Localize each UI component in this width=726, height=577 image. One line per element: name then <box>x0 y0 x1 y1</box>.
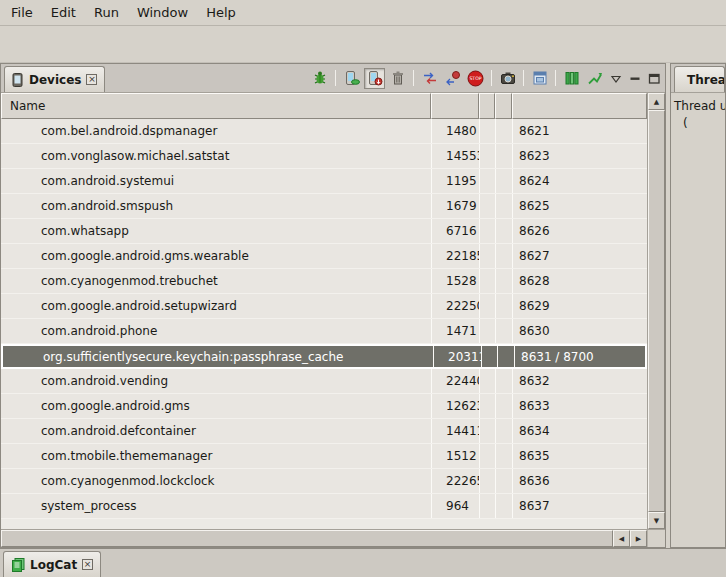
table-row[interactable]: com.google.android.setupwizard 22250 862… <box>1 294 647 319</box>
column-header-empty[interactable] <box>479 93 495 119</box>
devices-panel: Devices × <box>0 63 666 548</box>
process-name: com.android.smspush <box>1 194 431 218</box>
empty-cell <box>495 444 512 468</box>
network-statistics-icon <box>587 70 603 86</box>
process-pid: 1480 <box>431 119 479 143</box>
column-header-name[interactable]: Name <box>1 93 431 119</box>
close-icon[interactable]: × <box>82 559 93 570</box>
hierarchy-view-button[interactable] <box>529 68 550 89</box>
menu-item[interactable]: Edit <box>42 0 85 25</box>
threads-message-line1: Thread up <box>674 98 722 115</box>
toolbar-separator <box>491 70 492 86</box>
column-header-port[interactable] <box>512 93 647 119</box>
process-pid: 1679 <box>431 194 479 218</box>
table-row[interactable]: system_process 964 8637 <box>1 494 647 519</box>
horizontal-scroll-thumb[interactable] <box>1 530 613 547</box>
process-port: 8632 <box>512 369 647 393</box>
start-method-profiling-button[interactable] <box>442 68 463 89</box>
table-row[interactable]: com.whatsapp 6716 8626 <box>1 219 647 244</box>
empty-cell <box>495 394 512 418</box>
vertical-scroll-track[interactable] <box>648 110 665 512</box>
empty-cell <box>495 419 512 443</box>
stop-process-button[interactable]: STOP <box>465 68 486 89</box>
scroll-right-button[interactable]: ▶ <box>630 530 647 547</box>
debug-process-button[interactable] <box>309 68 330 89</box>
network-statistics-button[interactable] <box>584 68 605 89</box>
table-row[interactable]: com.google.android.gms 12623 8633 <box>1 394 647 419</box>
table-row[interactable]: com.vonglasow.michael.satstat 14553 8623 <box>1 144 647 169</box>
table-row[interactable]: com.google.android.gms.wearable 22185 86… <box>1 244 647 269</box>
scroll-up-button[interactable]: ▲ <box>648 93 665 110</box>
process-port: 8624 <box>512 169 647 193</box>
bug-icon <box>312 70 328 86</box>
toolbar-separator <box>413 70 414 86</box>
screen-capture-button[interactable] <box>497 68 518 89</box>
menu-item[interactable]: Window <box>128 0 197 25</box>
table-row[interactable]: org.sufficientlysecure.keychain:passphra… <box>1 344 647 369</box>
scroll-down-button[interactable]: ▼ <box>648 512 665 529</box>
update-heap-button[interactable] <box>341 68 362 89</box>
column-header-pid[interactable] <box>431 93 479 119</box>
menu-item[interactable]: Help <box>197 0 245 25</box>
process-port: 8628 <box>512 269 647 293</box>
process-pid: 22250 <box>431 294 479 318</box>
tab-threads[interactable]: Threa <box>674 66 725 92</box>
process-pid: 22265 <box>431 469 479 493</box>
empty-cell <box>479 319 495 343</box>
empty-cell <box>495 144 512 168</box>
empty-cell <box>495 494 512 518</box>
hierarchy-view-icon <box>532 70 548 86</box>
maximize-button[interactable] <box>645 70 662 87</box>
scroll-left-button[interactable]: ◀ <box>613 530 630 547</box>
table-row[interactable]: com.cyanogenmod.lockclock 22265 8636 <box>1 469 647 494</box>
tab-logcat[interactable]: LogCat × <box>3 551 101 577</box>
process-port: 8626 <box>512 219 647 243</box>
process-port: 8633 <box>512 394 647 418</box>
vertical-scroll-thumb[interactable] <box>648 110 665 512</box>
maximize-icon <box>647 72 661 85</box>
table-row[interactable]: com.android.defcontainer 14411 8634 <box>1 419 647 444</box>
main-area: Devices × <box>0 63 726 548</box>
process-pid: 1471 <box>431 319 479 343</box>
tab-logcat-label: LogCat <box>30 558 77 572</box>
minimize-icon <box>628 72 642 85</box>
vertical-scrollbar[interactable]: ▲ ▼ <box>647 93 665 529</box>
table-row[interactable]: com.cyanogenmod.trebuchet 1528 8628 <box>1 269 647 294</box>
tab-threads-label: Threa <box>687 73 725 87</box>
menu-item[interactable]: Run <box>85 0 128 25</box>
cause-gc-button[interactable] <box>387 68 408 89</box>
table-row[interactable]: com.tmobile.thememanager 1512 8635 <box>1 444 647 469</box>
table-row[interactable]: com.android.phone 1471 8630 <box>1 319 647 344</box>
empty-cell <box>495 194 512 218</box>
update-threads-button[interactable] <box>419 68 440 89</box>
empty-cell <box>479 194 495 218</box>
empty-cell <box>495 169 512 193</box>
column-header-empty[interactable] <box>495 93 512 119</box>
system-info-button[interactable] <box>561 68 582 89</box>
close-icon[interactable]: × <box>86 74 97 85</box>
empty-cell <box>481 346 497 367</box>
process-port: 8621 <box>512 119 647 143</box>
scrollbar-corner <box>647 530 665 547</box>
method-profiling-icon <box>445 70 461 86</box>
process-pid: 14553 <box>431 144 479 168</box>
view-menu-button[interactable] <box>607 70 624 87</box>
empty-cell <box>495 219 512 243</box>
minimize-button[interactable] <box>626 70 643 87</box>
empty-cell <box>495 319 512 343</box>
stop-icon: STOP <box>467 70 484 87</box>
process-name: com.whatsapp <box>1 219 431 243</box>
table-row[interactable]: com.android.systemui 1195 8624 <box>1 169 647 194</box>
process-pid: 22440 <box>431 369 479 393</box>
process-port: 8630 <box>512 319 647 343</box>
empty-cell <box>479 169 495 193</box>
process-pid: 1195 <box>431 169 479 193</box>
tab-devices[interactable]: Devices × <box>4 66 105 92</box>
process-name: com.tmobile.thememanager <box>1 444 431 468</box>
dump-hprof-button[interactable] <box>364 68 385 89</box>
horizontal-scrollbar[interactable]: ◀ ▶ <box>1 530 647 547</box>
table-row[interactable]: com.android.vending 22440 8632 <box>1 369 647 394</box>
table-row[interactable]: com.android.smspush 1679 8625 <box>1 194 647 219</box>
table-row[interactable]: com.bel.android.dspmanager 1480 8621 <box>1 119 647 144</box>
menu-item[interactable]: File <box>2 0 42 25</box>
